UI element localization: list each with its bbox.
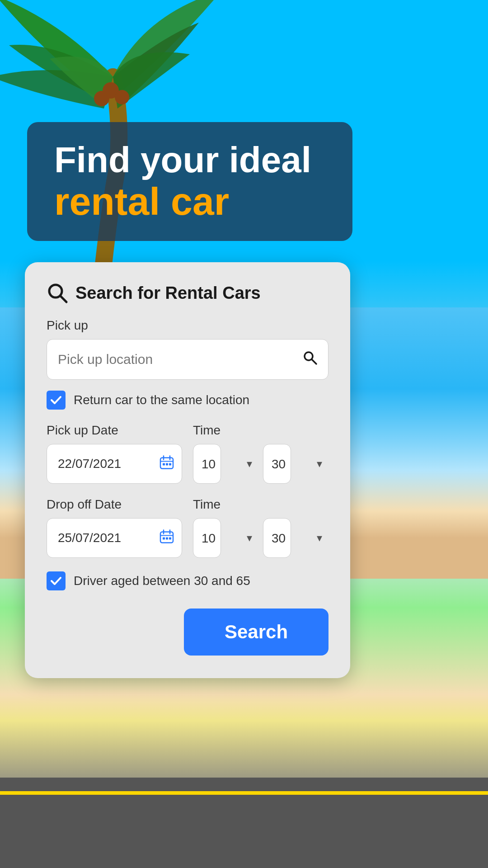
pickup-time-group: Time 10 11 12 00 30 <box>193 423 328 484</box>
dropoff-datetime-row: Drop off Date Time <box>47 497 328 558</box>
pickup-date-group: Pick up Date <box>47 423 182 484</box>
card-title: Search for Rental Cars <box>75 283 261 303</box>
svg-line-4 <box>60 296 66 302</box>
return-same-label: Return car to the same location <box>74 393 249 407</box>
pickup-minute-wrap: 00 30 <box>263 444 328 484</box>
dropoff-hour-select[interactable]: 10 11 12 <box>193 518 221 558</box>
dropoff-hour-wrap: 10 11 12 <box>193 518 258 558</box>
pickup-time-label: Time <box>193 423 328 438</box>
svg-rect-13 <box>169 463 171 466</box>
location-search-icon <box>302 350 318 369</box>
svg-rect-20 <box>169 538 171 540</box>
driver-age-row: Driver aged between 30 and 65 <box>47 571 328 590</box>
svg-line-6 <box>312 359 316 364</box>
dropoff-date-wrap <box>47 518 182 558</box>
search-card: Search for Rental Cars Pick up Return ca… <box>25 262 350 678</box>
dropoff-date-group: Drop off Date <box>47 497 182 558</box>
dropoff-time-group: Time 10 11 12 00 30 <box>193 497 328 558</box>
svg-point-2 <box>94 91 109 106</box>
dropoff-minute-select[interactable]: 00 30 <box>263 518 291 558</box>
svg-rect-11 <box>163 463 165 466</box>
dropoff-minute-wrap: 00 30 <box>263 518 328 558</box>
return-same-checkbox[interactable] <box>47 391 66 410</box>
pickup-minute-select[interactable]: 00 30 <box>263 444 291 484</box>
card-header: Search for Rental Cars <box>47 282 328 304</box>
dropoff-calendar-icon <box>160 529 174 547</box>
road-line <box>0 791 488 795</box>
pickup-location-input[interactable] <box>47 339 328 380</box>
pickup-date-wrap <box>47 444 182 484</box>
driver-age-checkbox[interactable] <box>47 571 66 590</box>
road <box>0 778 488 868</box>
svg-rect-18 <box>163 538 165 540</box>
search-button[interactable]: Search <box>184 609 328 656</box>
dropoff-time-inputs: 10 11 12 00 30 <box>193 518 328 558</box>
location-field <box>47 339 328 380</box>
search-icon <box>47 282 68 304</box>
hero-line1: Find your ideal <box>54 140 325 180</box>
pickup-calendar-icon <box>160 455 174 473</box>
svg-rect-19 <box>166 538 168 540</box>
pickup-time-inputs: 10 11 12 00 30 <box>193 444 328 484</box>
dropoff-date-label: Drop off Date <box>47 497 182 512</box>
svg-point-1 <box>115 90 129 104</box>
svg-rect-12 <box>166 463 168 466</box>
driver-age-label: Driver aged between 30 and 65 <box>74 574 250 588</box>
pickup-datetime-row: Pick up Date Time <box>47 423 328 484</box>
bottom-row: Driver aged between 30 and 65 Search <box>47 571 328 656</box>
pickup-hour-select[interactable]: 10 11 12 <box>193 444 221 484</box>
hero-banner: Find your ideal rental car <box>27 122 352 241</box>
pickup-date-label: Pick up Date <box>47 423 182 438</box>
dropoff-time-label: Time <box>193 497 328 512</box>
pickup-label: Pick up <box>47 318 328 333</box>
pickup-hour-wrap: 10 11 12 <box>193 444 258 484</box>
hero-line2: rental car <box>54 180 325 223</box>
return-same-location-row: Return car to the same location <box>47 391 328 410</box>
